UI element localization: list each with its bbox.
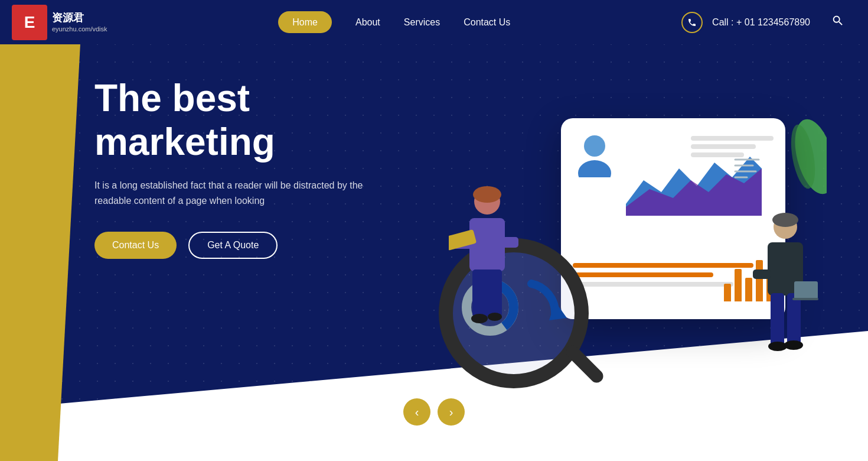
- illustration-area: [431, 47, 833, 390]
- nav-item-about[interactable]: About: [355, 17, 380, 28]
- woman-figure: [449, 184, 526, 352]
- navigation-bar: E 资源君 eyunzhu.com/vdisk Home About Servi…: [0, 0, 868, 44]
- logo-chinese: 资源君: [52, 11, 107, 25]
- nav-link-home[interactable]: Home: [278, 11, 332, 33]
- svg-rect-27: [771, 293, 784, 346]
- card-line-1: [691, 136, 774, 141]
- bar-1: [724, 284, 731, 301]
- svg-rect-11: [563, 343, 606, 385]
- search-button[interactable]: [831, 14, 844, 30]
- logo-icon: E: [12, 5, 47, 40]
- logo-text: 资源君 eyunzhu.com/vdisk: [52, 11, 107, 34]
- man-figure: [750, 210, 821, 378]
- svg-point-19: [471, 314, 488, 323]
- svg-point-25: [772, 213, 798, 227]
- hero-title-line2: marketing: [94, 121, 275, 163]
- carousel-controls: ‹ ›: [403, 398, 465, 426]
- get-quote-button[interactable]: Get A Quote: [188, 232, 278, 259]
- carousel-next-button[interactable]: ›: [438, 398, 465, 426]
- phone-number: Call : + 01 1234567890: [712, 17, 810, 28]
- hero-title-line1: The best: [94, 77, 250, 119]
- logo-url: eyunzhu.com/vdisk: [52, 25, 107, 33]
- hero-buttons: Contact Us Get A Quote: [94, 232, 402, 259]
- svg-point-2: [584, 135, 605, 157]
- bar-2: [735, 269, 742, 301]
- nav-item-home[interactable]: Home: [278, 17, 332, 28]
- svg-rect-33: [753, 270, 771, 279]
- nav-right: Call : + 01 1234567890: [681, 12, 844, 33]
- nav-link-services[interactable]: Services: [404, 17, 440, 27]
- nav-link-about[interactable]: About: [355, 17, 380, 27]
- hero-title: The best marketing: [94, 77, 402, 164]
- svg-rect-31: [794, 281, 818, 299]
- mountain-chart: [626, 151, 762, 216]
- svg-point-29: [768, 342, 787, 351]
- svg-point-16: [473, 186, 501, 203]
- svg-rect-23: [501, 237, 518, 248]
- phone-icon: [681, 12, 703, 33]
- nav-links: Home About Services Contact Us: [278, 17, 510, 28]
- nav-link-contact[interactable]: Contact Us: [464, 17, 510, 27]
- nav-item-services[interactable]: Services: [404, 17, 440, 28]
- card-line-2: [691, 144, 756, 149]
- hero-content: The best marketing It is a long establis…: [94, 77, 402, 259]
- nav-item-contact[interactable]: Contact Us: [464, 17, 510, 28]
- carousel-prev-button[interactable]: ‹: [403, 398, 430, 426]
- svg-rect-32: [792, 298, 818, 300]
- svg-point-3: [578, 160, 611, 177]
- leaf-decoration: [785, 118, 827, 197]
- svg-point-30: [784, 340, 803, 350]
- svg-point-20: [488, 313, 502, 321]
- logo[interactable]: E 资源君 eyunzhu.com/vdisk: [12, 5, 107, 40]
- hero-description: It is a long established fact that a rea…: [94, 178, 402, 208]
- contact-us-button[interactable]: Contact Us: [94, 232, 177, 259]
- svg-rect-18: [472, 270, 502, 317]
- card-avatar: [576, 133, 614, 180]
- svg-rect-28: [787, 293, 801, 346]
